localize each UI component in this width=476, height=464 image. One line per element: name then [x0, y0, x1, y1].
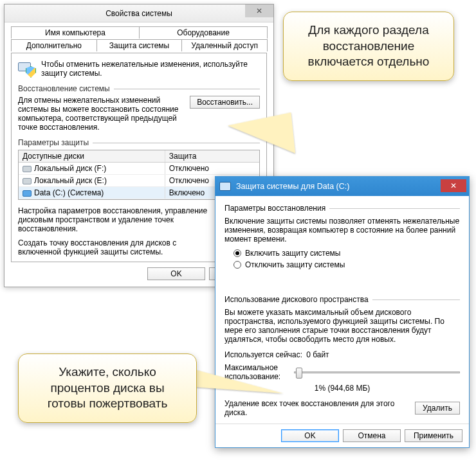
- col-drive: Доступные диски: [19, 150, 165, 162]
- callout-text: Укажите, сколько процентов диска вы гото…: [48, 365, 168, 410]
- delete-desc: Удаление всех точек восстановления для э…: [224, 399, 408, 417]
- delete-button[interactable]: Удалить: [415, 402, 460, 415]
- button-label: OK: [170, 269, 181, 278]
- callout-pointer: [227, 112, 295, 160]
- button-label: Отмена: [358, 431, 385, 440]
- table-header: Доступные диски Защита: [19, 150, 259, 163]
- window-title: Защита системы для Data (C:): [236, 182, 349, 191]
- restore-desc: Для отмены нежелательных изменений систе…: [18, 96, 183, 132]
- section-label: Восстановление системы: [18, 84, 110, 93]
- close-button[interactable]: ✕: [441, 179, 466, 192]
- title-bar[interactable]: Свойства системы ✕: [5, 4, 273, 22]
- window-title: Свойства системы: [105, 9, 172, 18]
- cancel-button[interactable]: Отмена: [343, 429, 401, 442]
- ok-button[interactable]: OK: [147, 267, 205, 280]
- shield-icon: [18, 60, 36, 78]
- drive-icon: [23, 166, 32, 172]
- callout-text: Для каждого раздела восстановление включ…: [308, 23, 430, 68]
- callout-per-partition: Для каждого раздела восстановление включ…: [283, 12, 454, 81]
- close-icon: ✕: [256, 6, 262, 15]
- title-bar[interactable]: Защита системы для Data (C:) ✕: [215, 177, 469, 196]
- disk-desc: Вы можете указать максимальный объем дис…: [224, 308, 460, 344]
- group-disk-usage: Использование дискового пространства: [224, 295, 460, 304]
- drive-name: Data (C:) (Система): [34, 188, 104, 197]
- drive-name: Локальный диск (E:): [34, 176, 107, 185]
- radio-icon: [233, 261, 241, 269]
- tab-hardware[interactable]: Оборудование: [139, 26, 268, 39]
- slider-thumb[interactable]: [296, 368, 302, 379]
- max-usage-slider[interactable]: [294, 371, 460, 373]
- button-label: OK: [304, 431, 315, 440]
- button-label: Восстановить...: [197, 98, 253, 107]
- radio-disable[interactable]: Отключить защиту системы: [233, 260, 460, 269]
- section-params-title: Параметры защиты: [18, 138, 260, 147]
- drive-protection: Отключено: [165, 163, 259, 174]
- tab-label: Дополнительно: [26, 41, 82, 50]
- close-button[interactable]: ✕: [245, 4, 273, 17]
- tab-label: Удаленный доступ: [191, 41, 258, 50]
- group-label: Параметры восстановления: [224, 204, 325, 213]
- intro-text: Чтобы отменить нежелательные изменения, …: [41, 60, 260, 78]
- tabs: Имя компьютера Оборудование Дополнительн…: [11, 26, 267, 53]
- used-label: Используется сейчас:: [224, 350, 302, 359]
- drive-name: Локальный диск (F:): [34, 164, 106, 173]
- close-icon: ✕: [450, 181, 457, 190]
- group-label: Использование дискового пространства: [224, 295, 369, 304]
- tab-advanced[interactable]: Дополнительно: [11, 39, 97, 51]
- params-desc: Включение защиты системы позволяет отмен…: [224, 217, 460, 244]
- drive-icon: [23, 190, 32, 197]
- section-label: Параметры защиты: [18, 138, 89, 147]
- tab-label: Оборудование: [177, 28, 230, 37]
- tab-label: Защита системы: [109, 41, 169, 50]
- apply-button[interactable]: Применить: [405, 429, 462, 442]
- configure-desc: Настройка параметров восстановления, упр…: [18, 206, 208, 233]
- drive-icon: [23, 178, 32, 184]
- create-desc: Создать точку восстановления для дисков …: [18, 238, 208, 256]
- radio-enable[interactable]: Включить защиту системы: [233, 249, 460, 258]
- used-value: 0 байт: [306, 350, 329, 359]
- button-label: Удалить: [423, 404, 452, 413]
- tab-label: Имя компьютера: [45, 28, 105, 37]
- button-label: Применить: [414, 431, 453, 440]
- app-icon: [219, 182, 231, 191]
- ok-button[interactable]: OK: [281, 429, 339, 442]
- protection-settings-window: Защита системы для Data (C:) ✕ Параметры…: [215, 176, 470, 448]
- radio-label: Отключить защиту системы: [245, 260, 345, 269]
- callout-disk-percent: Укажите, сколько процентов диска вы гото…: [18, 353, 197, 423]
- table-row[interactable]: Локальный диск (F:)Отключено: [19, 163, 259, 175]
- radio-icon: [233, 249, 241, 257]
- group-restore-params: Параметры восстановления: [224, 204, 460, 213]
- tab-system-protection[interactable]: Защита системы: [96, 39, 183, 51]
- restore-button[interactable]: Восстановить...: [190, 96, 260, 109]
- radio-label: Включить защиту системы: [245, 249, 341, 258]
- tab-remote[interactable]: Удаленный доступ: [181, 39, 268, 51]
- tab-computer-name[interactable]: Имя компьютера: [11, 26, 140, 39]
- section-restore-title: Восстановление системы: [18, 84, 260, 93]
